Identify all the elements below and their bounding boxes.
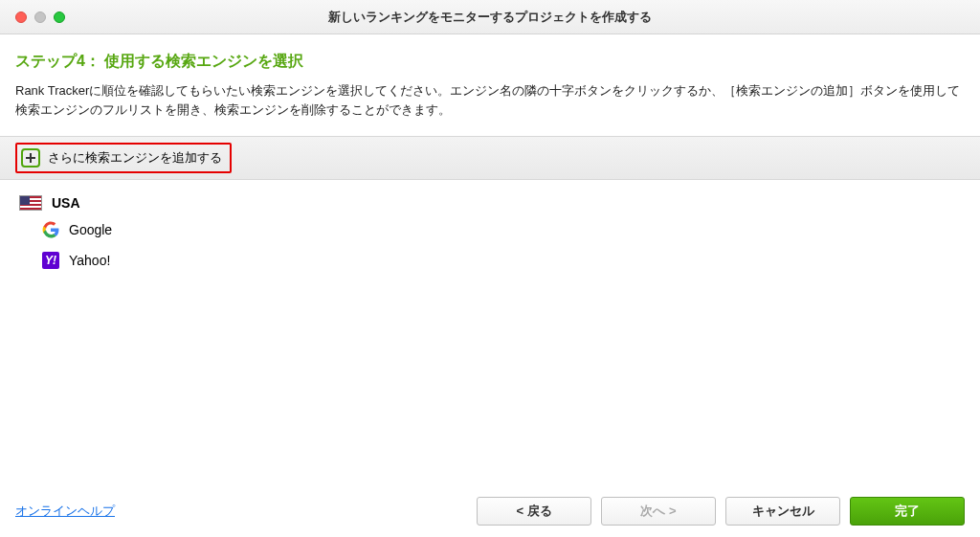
maximize-icon[interactable]: [54, 11, 65, 23]
country-row: USA: [19, 191, 965, 214]
flag-us-icon: [19, 195, 42, 211]
close-icon[interactable]: [15, 11, 27, 23]
google-icon: [42, 221, 59, 238]
wizard-footer: オンラインヘルプ < 戻る 次へ > キャンセル 完了: [0, 497, 980, 526]
window-titlebar: 新しいランキングをモニターするプロジェクトを作成する: [0, 0, 980, 34]
plus-icon: [21, 148, 40, 168]
wizard-content: ステップ4： 使用する検索エンジンを選択 Rank Trackerに順位を確認し…: [0, 34, 980, 276]
country-name: USA: [52, 195, 80, 211]
engine-item-google[interactable]: Google: [19, 214, 965, 245]
window-controls: [15, 11, 65, 23]
back-button[interactable]: < 戻る: [477, 497, 591, 526]
finish-button[interactable]: 完了: [850, 497, 965, 526]
window-title: 新しいランキングをモニターするプロジェクトを作成する: [0, 9, 980, 26]
engine-name: Yahoo!: [69, 253, 110, 268]
engine-name: Google: [69, 222, 112, 237]
add-engine-label: さらに検索エンジンを追加する: [48, 149, 222, 167]
toolbar: さらに検索エンジンを追加する: [0, 136, 980, 180]
help-link[interactable]: オンラインヘルプ: [15, 503, 115, 520]
next-button: 次へ >: [601, 497, 716, 526]
minimize-icon[interactable]: [34, 11, 46, 23]
engine-list: USA Google Y! Yahoo!: [15, 180, 965, 276]
cancel-button[interactable]: キャンセル: [725, 497, 840, 526]
yahoo-icon: Y!: [42, 252, 59, 269]
step-title: ステップ4： 使用する検索エンジンを選択: [15, 52, 965, 72]
step-description: Rank Trackerに順位を確認してもらいたい検索エンジンを選択してください…: [15, 81, 965, 119]
add-engine-button[interactable]: さらに検索エンジンを追加する: [15, 143, 232, 173]
engine-item-yahoo[interactable]: Y! Yahoo!: [19, 245, 965, 276]
